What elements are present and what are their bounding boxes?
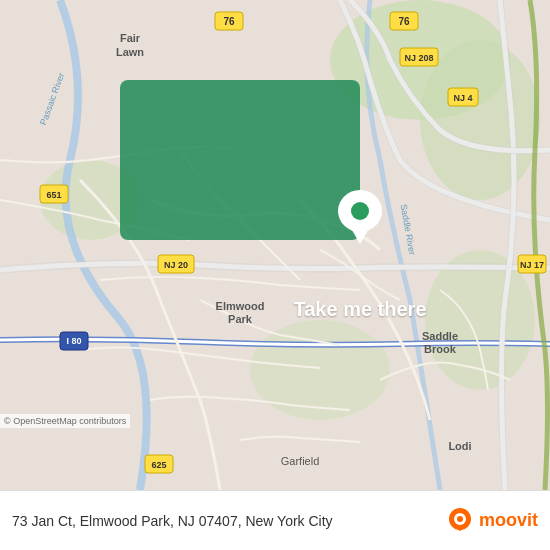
- svg-point-4: [250, 320, 390, 420]
- svg-text:Saddle: Saddle: [422, 330, 458, 342]
- svg-text:Brook: Brook: [424, 343, 457, 355]
- svg-text:Lawn: Lawn: [116, 46, 144, 58]
- svg-text:I 80: I 80: [66, 336, 81, 346]
- svg-text:76: 76: [223, 16, 235, 27]
- svg-text:625: 625: [151, 460, 166, 470]
- moovit-icon: [445, 506, 475, 536]
- map-overlay-card[interactable]: Take me there: [120, 80, 360, 240]
- svg-text:NJ 208: NJ 208: [404, 53, 433, 63]
- moovit-brand-text: moovit: [479, 510, 538, 531]
- svg-text:Lodi: Lodi: [448, 440, 471, 452]
- pin-tail: [352, 230, 368, 244]
- svg-text:Garfield: Garfield: [281, 455, 320, 467]
- map-attribution: © OpenStreetMap contributors: [0, 414, 130, 428]
- pin-inner: [351, 202, 369, 220]
- pin-circle: [338, 190, 382, 232]
- map-container: 76 76 NJ 208 NJ 4 NJ 20 I 80 651 625 NJ …: [0, 0, 550, 490]
- address-label: 73 Jan Ct, Elmwood Park, NJ 07407, New Y…: [12, 513, 445, 529]
- take-me-there-button[interactable]: Take me there: [250, 298, 470, 321]
- svg-text:NJ 17: NJ 17: [520, 260, 544, 270]
- bottom-bar: 73 Jan Ct, Elmwood Park, NJ 07407, New Y…: [0, 490, 550, 550]
- location-pin: [338, 190, 382, 244]
- svg-text:Fair: Fair: [120, 32, 141, 44]
- svg-text:651: 651: [46, 190, 61, 200]
- svg-point-36: [457, 516, 463, 522]
- svg-text:76: 76: [398, 16, 410, 27]
- moovit-logo: moovit: [445, 506, 538, 536]
- svg-text:NJ 4: NJ 4: [453, 93, 472, 103]
- svg-text:NJ 20: NJ 20: [164, 260, 188, 270]
